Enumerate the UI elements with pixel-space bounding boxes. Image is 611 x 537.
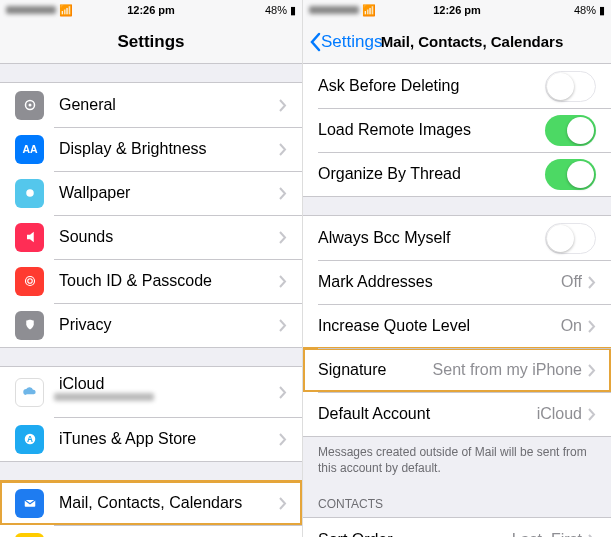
chevron-left-icon	[309, 32, 321, 52]
nav-bar: Settings Mail, Contacts, Calendars	[303, 20, 611, 64]
svg-text:AA: AA	[22, 143, 38, 155]
row-wallpaper[interactable]: Wallpaper	[0, 171, 302, 215]
page-title: Mail, Contacts, Calendars	[381, 33, 564, 50]
chevron-right-icon	[279, 433, 287, 446]
toggle-switch[interactable]	[545, 159, 596, 190]
battery-percent: 48%	[574, 4, 596, 16]
chevron-right-icon	[279, 143, 287, 156]
settings-list[interactable]: General AADisplay & Brightness Wallpaper…	[0, 64, 302, 537]
chevron-right-icon	[588, 276, 596, 289]
row-touchid[interactable]: Touch ID & Passcode	[0, 259, 302, 303]
svg-text:A: A	[27, 435, 33, 444]
row-label: Default Account	[318, 405, 537, 423]
status-time: 12:26 pm	[433, 4, 481, 16]
mail-icon	[15, 489, 44, 518]
row-label: Organize By Thread	[318, 165, 545, 183]
row-bcc-myself[interactable]: Always Bcc Myself	[303, 216, 611, 260]
row-default-account[interactable]: Default AccountiCloud	[303, 392, 611, 436]
nav-bar: Settings	[0, 20, 302, 64]
chevron-right-icon	[279, 99, 287, 112]
row-label: Privacy	[59, 316, 279, 334]
battery-icon: ▮	[290, 4, 296, 17]
row-quote-level[interactable]: Increase Quote LevelOn	[303, 304, 611, 348]
row-mail[interactable]: Mail, Contacts, Calendars	[0, 481, 302, 525]
row-label: iTunes & App Store	[59, 430, 279, 448]
wallpaper-icon	[15, 179, 44, 208]
section-header-contacts: CONTACTS	[303, 483, 611, 517]
row-label: Touch ID & Passcode	[59, 272, 279, 290]
row-load-remote[interactable]: Load Remote Images	[303, 108, 611, 152]
chevron-right-icon	[279, 386, 287, 399]
row-label: Sounds	[59, 228, 279, 246]
battery-icon: ▮	[599, 4, 605, 17]
row-label: Display & Brightness	[59, 140, 279, 158]
row-organize-thread[interactable]: Organize By Thread	[303, 152, 611, 196]
icloud-icon	[15, 378, 44, 407]
gear-icon	[15, 91, 44, 120]
row-general[interactable]: General	[0, 83, 302, 127]
status-bar: 📶 12:26 pm 48%▮	[303, 0, 611, 20]
carrier-blur	[6, 6, 56, 14]
chevron-right-icon	[279, 497, 287, 510]
row-value: On	[561, 317, 582, 335]
carrier-blur	[309, 6, 359, 14]
row-label: Mail, Contacts, Calendars	[59, 494, 279, 512]
row-sort-order[interactable]: Sort OrderLast, First	[303, 518, 611, 537]
svg-point-5	[27, 279, 32, 284]
chevron-right-icon	[279, 319, 287, 332]
display-icon: AA	[15, 135, 44, 164]
svg-point-4	[25, 277, 34, 286]
chevron-right-icon	[279, 231, 287, 244]
row-label: iCloud	[59, 375, 279, 393]
footer-note: Messages created outside of Mail will be…	[303, 437, 611, 483]
chevron-right-icon	[588, 408, 596, 421]
notes-icon	[15, 533, 44, 538]
back-button[interactable]: Settings	[309, 32, 382, 52]
row-mark-addresses[interactable]: Mark AddressesOff	[303, 260, 611, 304]
row-label: Load Remote Images	[318, 121, 545, 139]
row-ask-delete[interactable]: Ask Before Deleting	[303, 64, 611, 108]
svg-point-3	[26, 189, 34, 197]
back-label: Settings	[321, 32, 382, 52]
status-bar: 📶 12:26 pm 48%▮	[0, 0, 302, 20]
chevron-right-icon	[279, 187, 287, 200]
left-phone: 📶 12:26 pm 48%▮ Settings General AADispl…	[0, 0, 303, 537]
row-value: iCloud	[537, 405, 582, 423]
row-label: Signature	[318, 361, 433, 379]
row-label: General	[59, 96, 279, 114]
right-phone: 📶 12:26 pm 48%▮ Settings Mail, Contacts,…	[303, 0, 611, 537]
row-label: Increase Quote Level	[318, 317, 561, 335]
chevron-right-icon	[279, 275, 287, 288]
row-label: Wallpaper	[59, 184, 279, 202]
sounds-icon	[15, 223, 44, 252]
wifi-icon: 📶	[59, 4, 73, 17]
appstore-icon: A	[15, 425, 44, 454]
row-sounds[interactable]: Sounds	[0, 215, 302, 259]
row-notes[interactable]: Notes	[0, 525, 302, 537]
battery-percent: 48%	[265, 4, 287, 16]
row-value: Sent from my iPhone	[433, 361, 582, 379]
toggle-switch[interactable]	[545, 223, 596, 254]
row-privacy[interactable]: Privacy	[0, 303, 302, 347]
subtext-blur	[54, 393, 154, 401]
status-time: 12:26 pm	[127, 4, 175, 16]
toggle-switch[interactable]	[545, 115, 596, 146]
wifi-icon: 📶	[362, 4, 376, 17]
row-icloud[interactable]: iCloud	[0, 367, 302, 417]
chevron-right-icon	[588, 320, 596, 333]
row-display[interactable]: AADisplay & Brightness	[0, 127, 302, 171]
touchid-icon	[15, 267, 44, 296]
row-value: Last, First	[512, 531, 582, 537]
page-title: Settings	[117, 32, 184, 52]
row-signature[interactable]: SignatureSent from my iPhone	[303, 348, 611, 392]
svg-point-1	[28, 104, 31, 107]
mail-settings-list[interactable]: Ask Before Deleting Load Remote Images O…	[303, 64, 611, 537]
row-label: Always Bcc Myself	[318, 229, 545, 247]
chevron-right-icon	[588, 364, 596, 377]
row-itunes[interactable]: AiTunes & App Store	[0, 417, 302, 461]
row-label: Ask Before Deleting	[318, 77, 545, 95]
privacy-icon	[15, 311, 44, 340]
row-label: Sort Order	[318, 531, 512, 537]
row-value: Off	[561, 273, 582, 291]
toggle-switch[interactable]	[545, 71, 596, 102]
